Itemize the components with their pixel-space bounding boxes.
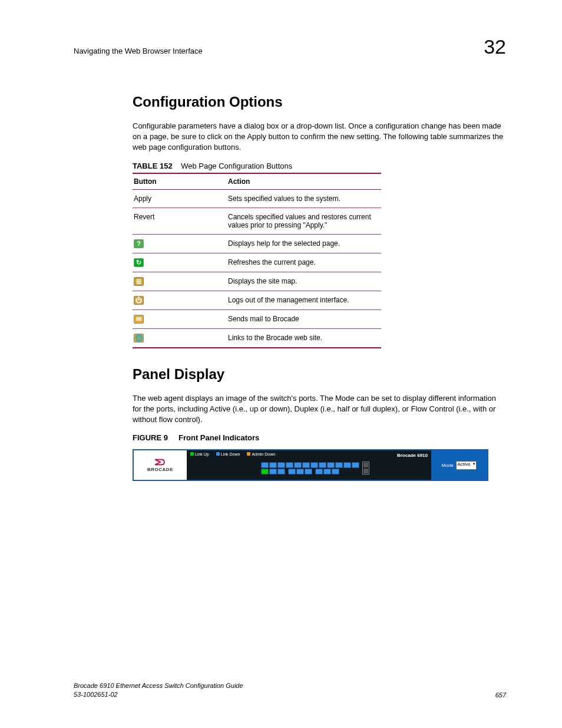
table-row: 🌐 Links to the Brocade web site.: [133, 328, 381, 348]
page-number: 657: [495, 691, 506, 699]
port-icon: [327, 462, 335, 468]
table-row: ↻ Refreshes the current page.: [133, 253, 381, 272]
table-row: ⊞ Displays the site map.: [133, 272, 381, 291]
port-icon: [288, 469, 296, 475]
action-logout: Logs out of the management interface.: [227, 291, 381, 309]
port-icon: [269, 462, 277, 468]
port-icon: [294, 462, 302, 468]
section-paragraph-config: Configurable parameters have a dialog bo…: [133, 121, 506, 153]
port-icon: [352, 462, 359, 468]
port-icon: [323, 469, 331, 475]
section-paragraph-panel: The web agent displays an image of the s…: [133, 393, 506, 426]
section-title-panel: Panel Display: [133, 366, 506, 383]
port-icon: [315, 469, 323, 475]
ports-row-top: [261, 462, 359, 468]
footer-doc-title: Brocade 6910 Ethernet Access Switch Conf…: [74, 681, 243, 690]
globe-icon: 🌐: [134, 334, 144, 342]
section-title-config: Configuration Options: [133, 94, 506, 110]
figure-title: Front Panel Indicators: [178, 433, 259, 442]
breadcrumb: Navigating the Web Browser Interface: [74, 47, 203, 55]
port-icon: [261, 462, 269, 468]
logout-icon: ⏻: [134, 296, 144, 305]
col-button: Button: [133, 173, 227, 190]
table-title: Web Page Configuration Buttons: [181, 162, 292, 170]
swatch-admin-down: [247, 452, 250, 456]
refresh-icon: ↻: [134, 258, 144, 267]
legend-admin: Admin Down: [252, 452, 275, 456]
config-buttons-table: Button Action Apply Sets specified value…: [133, 173, 381, 348]
action-web: Links to the Brocade web site.: [227, 328, 381, 348]
legend-down: Link Down: [221, 452, 240, 456]
port-icon: [261, 469, 269, 475]
brocade-text: BROCADE: [147, 467, 173, 472]
mode-dropdown[interactable]: Active: [456, 461, 477, 470]
action-revert: Cancels specified values and restores cu…: [227, 207, 381, 234]
table-row: ✉ Sends mail to Brocade: [133, 309, 381, 328]
port-icon: [269, 469, 277, 475]
mode-selector: Mode Active: [431, 450, 487, 480]
page-footer: Brocade 6910 Ethernet Access Switch Conf…: [74, 681, 506, 699]
btn-apply: Apply: [133, 189, 227, 207]
port-icon: [343, 462, 351, 468]
action-refresh: Refreshes the current page.: [227, 253, 381, 272]
swatch-link-down: [216, 452, 220, 456]
table-label: TABLE 152: [133, 162, 173, 170]
model-label: Brocade 6910: [397, 453, 428, 458]
port-icon: [335, 462, 343, 468]
legend-up: Link Up: [195, 452, 209, 456]
front-panel: BROCADE Brocade 6910 Link Up Link Down A…: [133, 449, 488, 481]
col-action: Action: [227, 173, 381, 190]
port-icon: [310, 462, 318, 468]
action-sitemap: Displays the site map.: [227, 272, 381, 291]
port-icon: [302, 462, 310, 468]
table-row: Revert Cancels specified values and rest…: [133, 207, 381, 234]
table-row: ? Displays help for the selected page.: [133, 234, 381, 253]
port-icon: [319, 462, 326, 468]
ports-row-bottom: [261, 469, 359, 475]
port-icon: [296, 469, 304, 475]
action-apply: Sets specified values to the system.: [227, 189, 381, 207]
sfp-slot: [362, 462, 369, 475]
mail-icon: ✉: [134, 315, 144, 324]
table-row: Apply Sets specified values to the syste…: [133, 189, 381, 207]
action-help: Displays help for the selected page.: [227, 234, 381, 253]
panel-body: Brocade 6910 Link Up Link Down Admin Dow…: [187, 450, 431, 480]
port-icon: [286, 462, 293, 468]
port-legend: Link Up Link Down Admin Down: [187, 450, 431, 457]
footer-doc-number: 53-1002651-02: [74, 690, 243, 699]
table-row: ⏻ Logs out of the management interface.: [133, 291, 381, 309]
sitemap-icon: ⊞: [134, 277, 144, 286]
action-mail: Sends mail to Brocade: [227, 309, 381, 328]
port-icon: [332, 469, 339, 475]
brocade-mark-icon: [154, 458, 167, 466]
chapter-number: 32: [484, 35, 506, 58]
figure-caption: FIGURE 9 Front Panel Indicators: [133, 433, 506, 442]
btn-revert: Revert: [133, 207, 227, 234]
port-icon: [277, 469, 285, 475]
figure-label: FIGURE 9: [133, 433, 168, 442]
ports-area: [187, 457, 431, 480]
mode-label: Mode: [442, 463, 454, 468]
table-caption: TABLE 152 Web Page Configuration Buttons: [133, 162, 506, 170]
port-icon: [305, 469, 312, 475]
swatch-link-up: [190, 452, 194, 456]
port-icon: [277, 462, 285, 468]
help-icon: ?: [134, 239, 144, 248]
brocade-logo: BROCADE: [134, 450, 187, 480]
